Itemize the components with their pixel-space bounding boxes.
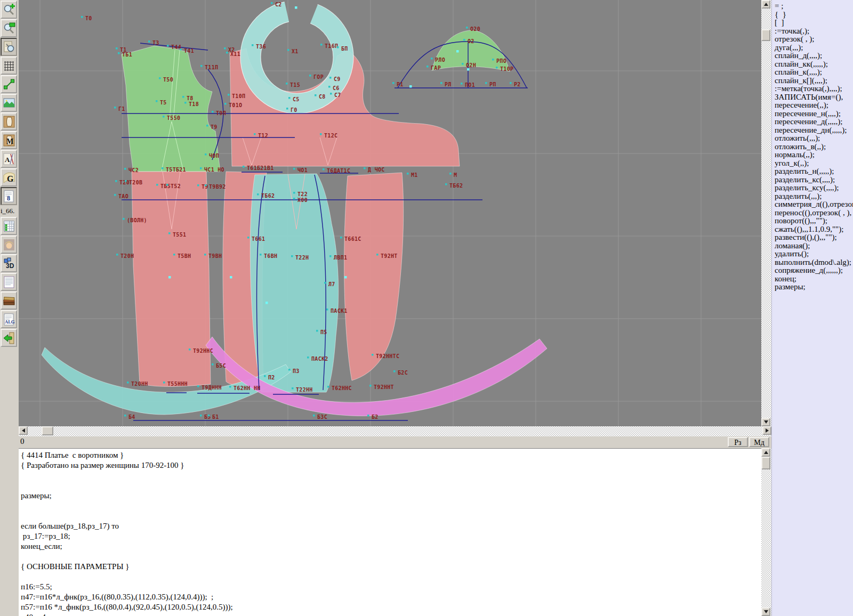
function-list-item[interactable]: поворот((),,,""); bbox=[772, 217, 853, 225]
function-list-item[interactable]: ломаная(); bbox=[772, 242, 853, 250]
point-label: Т10Р bbox=[500, 66, 513, 72]
alg-doc-icon[interactable]: ALG bbox=[1, 310, 17, 328]
point-label: Т11П bbox=[205, 64, 218, 70]
rz-button[interactable]: Рз bbox=[728, 437, 748, 447]
point-label: Х11 bbox=[230, 51, 240, 57]
zoom-in-icon[interactable] bbox=[1, 1, 17, 19]
point-label: Т12С bbox=[324, 133, 337, 139]
view-3d-icon[interactable]: 3D bbox=[1, 254, 17, 272]
exit-icon[interactable] bbox=[1, 329, 17, 347]
point-label: Г0 bbox=[291, 107, 297, 113]
function-list-item[interactable]: сплайн_к(,,,,); bbox=[772, 68, 853, 77]
point-label: Т52 bbox=[171, 183, 181, 189]
function-list-item[interactable]: [ ] bbox=[772, 19, 853, 27]
point-label: С2 bbox=[275, 2, 282, 7]
editor-vertical-scrollbar[interactable] bbox=[761, 448, 771, 616]
point-label: Т9П bbox=[216, 110, 226, 116]
function-list-item[interactable]: сжать((),,,1.1,0.9,""); bbox=[772, 225, 853, 234]
canvas-hscroll-thumb[interactable] bbox=[42, 426, 53, 435]
md-button[interactable]: Мд bbox=[749, 437, 769, 447]
svg-text:M: M bbox=[6, 137, 13, 145]
canvas-vscroll-thumb[interactable] bbox=[761, 29, 770, 41]
point-label: Т9В92 bbox=[209, 184, 226, 190]
scroll-down-icon[interactable] bbox=[761, 418, 770, 426]
function-list-item[interactable]: сопряжение_д(,,,,,,); bbox=[772, 266, 853, 275]
function-list-item[interactable]: пересечение_д(,,,,,); bbox=[772, 118, 853, 126]
function-list-item[interactable]: симметрия_л((),отрезок bbox=[772, 200, 853, 209]
i66-label: i_66. bbox=[0, 206, 18, 216]
function-list-item[interactable]: удалить(); bbox=[772, 250, 853, 258]
grid-icon[interactable] bbox=[1, 56, 17, 75]
code-editor[interactable]: { 4414 Платье с воротником }{ Разработан… bbox=[19, 448, 761, 616]
pattern-piece-icon[interactable] bbox=[1, 112, 17, 131]
point-label: Т41 bbox=[184, 48, 194, 54]
point-label: Т92ННС bbox=[193, 348, 213, 354]
code-line bbox=[19, 471, 761, 481]
function-list-item[interactable]: сплайн_кк(,,,,,); bbox=[772, 60, 853, 69]
scroll-up-icon[interactable] bbox=[761, 448, 770, 457]
function-list-item[interactable]: { } bbox=[772, 11, 853, 19]
canvas-vertical-scrollbar[interactable] bbox=[761, 0, 771, 426]
function-list-item[interactable]: угол_к(,,); bbox=[772, 159, 853, 168]
sheet-8-icon[interactable]: 8 bbox=[1, 187, 17, 205]
drafting-a-icon[interactable]: А bbox=[1, 150, 17, 168]
function-list-item[interactable]: дуга(,,,); bbox=[772, 44, 853, 52]
point-label: Т55ННН bbox=[167, 381, 188, 387]
point-label: С7 bbox=[334, 92, 341, 98]
zoom-area-icon[interactable] bbox=[1, 19, 17, 37]
model-photo-icon[interactable] bbox=[1, 236, 17, 254]
point-label: ТБ1 bbox=[122, 52, 132, 58]
pattern-canvas[interactable]: Т0Т3Т44Т41Т1ТБ1Х2Х11Т36Х1Т16ПБПС2Т11ПТ50… bbox=[19, 0, 761, 426]
function-list-item[interactable]: сплайн_д(,,,,); bbox=[772, 52, 853, 60]
function-list-item[interactable]: развести((),(),,,""); bbox=[772, 233, 853, 242]
point-label: О20 bbox=[470, 26, 480, 32]
function-list-item[interactable]: ЗАПИСАТЬ(имя=(), bbox=[772, 93, 853, 102]
editor-vscroll-thumb[interactable] bbox=[761, 457, 770, 469]
table-icon[interactable] bbox=[1, 217, 17, 235]
scroll-left-icon[interactable] bbox=[19, 426, 28, 435]
scroll-up-icon[interactable] bbox=[761, 0, 770, 9]
function-list-item[interactable]: = ; bbox=[772, 2, 853, 11]
function-list-item[interactable]: отрезок( , ); bbox=[772, 35, 853, 44]
point-label: Т8 bbox=[187, 95, 194, 101]
function-list-item[interactable]: перенос((),отрезок( , ), bbox=[772, 209, 853, 217]
scroll-down-icon[interactable] bbox=[761, 607, 770, 616]
function-list-item[interactable]: пересечение(,,); bbox=[772, 101, 853, 110]
function-list-item[interactable]: конец; bbox=[772, 275, 853, 283]
function-list-item[interactable]: разделить_кс(,,,,); bbox=[772, 176, 853, 184]
pattern-m-icon[interactable]: M bbox=[1, 131, 17, 149]
function-list-item[interactable]: выполнить(dmod\.alg); bbox=[772, 258, 853, 267]
scroll-right-icon[interactable] bbox=[762, 426, 771, 435]
function-list-item[interactable]: разделить(,,,); bbox=[772, 192, 853, 201]
g-tool-icon[interactable]: G bbox=[1, 168, 17, 187]
books-icon[interactable] bbox=[1, 291, 17, 310]
print-preview-icon[interactable] bbox=[1, 38, 17, 56]
segment-icon[interactable] bbox=[1, 75, 17, 93]
picture-icon[interactable] bbox=[1, 94, 17, 112]
function-list-item[interactable]: нормаль(,,); bbox=[772, 151, 853, 159]
point-label: ТБ5 bbox=[160, 183, 171, 189]
point-label: Т12 bbox=[258, 133, 268, 139]
point-label: Т661С bbox=[344, 236, 361, 242]
point-label: Б5С bbox=[216, 363, 226, 369]
point-label: Т5ВН bbox=[178, 253, 191, 259]
function-list-item[interactable]: пересечение_н(,,,,); bbox=[772, 110, 853, 118]
point-label: Т9ВН bbox=[208, 253, 222, 259]
function-list-item[interactable]: разделить_ксу(,,,,); bbox=[772, 184, 853, 192]
function-list-item[interactable]: :=точка(,); bbox=[772, 27, 853, 36]
function-list-item[interactable]: отложить(,,,); bbox=[772, 134, 853, 143]
point-label: Т551 bbox=[173, 232, 186, 238]
point-label: Х00 bbox=[297, 197, 308, 203]
svg-text:8: 8 bbox=[7, 194, 10, 202]
function-list-item[interactable]: сплайн_к[](,,,,); bbox=[772, 77, 853, 85]
point-label: Т0 bbox=[85, 15, 92, 21]
point-label: М bbox=[454, 172, 457, 178]
list-doc-icon[interactable] bbox=[1, 273, 17, 291]
function-list-item[interactable]: отложить_в(,,); bbox=[772, 143, 853, 151]
function-list-item[interactable]: пересечение_дн(,,,,,); bbox=[772, 126, 853, 135]
function-list-item[interactable]: разделить_н(,,,,,); bbox=[772, 167, 853, 176]
point-label: Б1 bbox=[212, 414, 219, 420]
function-list-item[interactable]: размеры; bbox=[772, 283, 853, 291]
canvas-horizontal-scrollbar[interactable] bbox=[19, 426, 771, 436]
function-list-item[interactable]: :=метка(точка(,),,,,); bbox=[772, 85, 853, 93]
